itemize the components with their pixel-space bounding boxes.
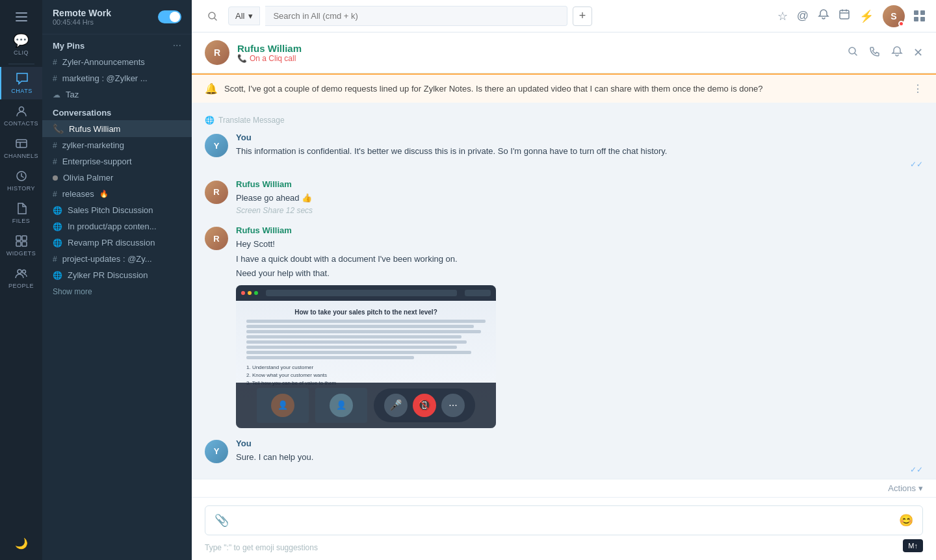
fire-icon: 🔥 [99, 190, 109, 198]
search-area: All ▾ + [202, 6, 592, 27]
rufus-avatar: R [205, 227, 228, 250]
close-icon[interactable]: ✕ [913, 45, 923, 60]
message-item: R Rufus William Please go ahead 👍 Screen… [205, 179, 923, 216]
participant-thumb-1: 👤 [257, 388, 309, 423]
theme-toggle[interactable]: 🌙 [0, 531, 42, 555]
nav-channels[interactable]: CHANNELS [0, 132, 42, 164]
screen-share-note: Screen Share 12 secs [236, 206, 923, 215]
message-input-box: 📎 😊 [205, 505, 923, 535]
user-avatar[interactable]: S [883, 5, 905, 27]
banner-more-icon[interactable]: ⋮ [913, 83, 923, 95]
widgets-label: WIDGETS [6, 250, 36, 257]
message-text: Hey Scott! [236, 238, 923, 251]
conv-zylker-pr[interactable]: 🌐 Zylker PR Discussion [42, 267, 192, 283]
conv-in-product[interactable]: 🌐 In product/app conten... [42, 218, 192, 235]
people-label: PEOPLE [8, 283, 34, 289]
apps-grid-icon[interactable] [914, 10, 926, 22]
message-item: R Rufus William Hey Scott! I have a quic… [205, 225, 923, 428]
notification-icon[interactable] [818, 8, 829, 23]
nav-history[interactable]: HISTORY [0, 164, 42, 197]
translate-icon: 🌐 [205, 116, 214, 125]
conv-olivia-palmer[interactable]: Olivia Palmer [42, 170, 192, 186]
pin-item-announcements[interactable]: # Zyler-Announcements [42, 54, 192, 70]
read-receipt: ✓✓ [236, 465, 923, 474]
offline-dot [53, 175, 58, 181]
chat-search-icon[interactable] [847, 45, 859, 60]
translate-hint[interactable]: 🌐 Translate Message [205, 113, 923, 133]
conv-sales-pitch[interactable]: 🌐 Sales Pitch Discussion [42, 202, 192, 218]
svg-rect-4 [16, 140, 27, 147]
end-call-button[interactable]: 📵 [413, 394, 436, 417]
message-item: Y You Sure. I can help you. ✓✓ [205, 439, 923, 475]
message-text: This information is confidential. It's b… [236, 145, 923, 158]
calendar-icon[interactable] [838, 8, 850, 23]
conv-project-updates[interactable]: # project-updates : @Zy... [42, 251, 192, 267]
bell-icon[interactable] [891, 45, 903, 60]
conv-rufus-william[interactable]: 📞 Rufus William [42, 120, 192, 137]
svg-rect-8 [16, 242, 21, 246]
call-icon[interactable] [869, 45, 881, 60]
nav-people[interactable]: PEOPLE [0, 262, 42, 294]
attach-icon[interactable]: 📎 [214, 513, 229, 528]
star-icon[interactable]: ☆ [777, 9, 788, 23]
hash-icon: # [53, 157, 57, 166]
lightning-icon[interactable]: ⚡ [859, 9, 874, 23]
message-sender: You [236, 439, 923, 448]
pins-more-button[interactable]: ··· [173, 40, 181, 51]
mute-button[interactable]: 🎤 [384, 394, 408, 417]
add-button[interactable]: + [573, 6, 592, 26]
rufus-avatar: R [205, 181, 228, 204]
menu-icon[interactable] [0, 5, 42, 29]
nav-contacts[interactable]: CONTACTS [0, 99, 42, 132]
contact-status: 📞 On a Cliq call [237, 54, 302, 63]
your-avatar: Y [205, 134, 228, 157]
search-filter-dropdown[interactable]: All ▾ [228, 6, 260, 25]
conv-enterprise-support[interactable]: # Enterprise-support [42, 153, 192, 170]
app-name: Cliq [14, 49, 29, 56]
conv-releases[interactable]: # releases 🔥 [42, 186, 192, 202]
svg-point-11 [22, 270, 25, 274]
pin-item-taz[interactable]: ☁ Taz [42, 86, 192, 103]
conv-revamp-pr[interactable]: 🌐 Revamp PR discussion [42, 235, 192, 251]
message-input[interactable] [235, 516, 892, 526]
search-input[interactable] [265, 6, 567, 26]
contact-name: Rufus William [237, 43, 302, 54]
svg-rect-6 [16, 236, 21, 240]
message-sender: Rufus William [236, 225, 923, 235]
mention-icon[interactable]: @ [797, 9, 809, 23]
actions-bar: Actions ▾ [192, 479, 936, 497]
screen-share-preview[interactable]: ⤢ 01:23 How to take your sale [236, 285, 496, 428]
svg-rect-7 [22, 236, 27, 240]
input-area: 📎 😊 Type ":" to get emoji suggestions M↑ [192, 497, 936, 560]
hash-icon: # [53, 190, 57, 199]
banner-bell-icon: 🔔 [205, 83, 218, 95]
show-more-button[interactable]: Show more [42, 283, 192, 300]
nav-chats[interactable]: CHATS [0, 67, 42, 99]
more-call-options[interactable]: ··· [441, 394, 465, 417]
emoji-icon[interactable]: 😊 [899, 513, 913, 528]
message-sender: You [236, 133, 923, 142]
work-toggle[interactable] [158, 10, 181, 23]
topbar: All ▾ + ☆ @ [192, 0, 936, 32]
nav-files[interactable]: FILES [0, 197, 42, 229]
pin-item-marketing[interactable]: # marketing : @Zylker ... [42, 70, 192, 86]
call-controls: 🎤 📵 ··· [374, 388, 475, 422]
actions-label: Actions [888, 483, 916, 493]
svg-point-10 [18, 270, 21, 274]
hash-icon: # [53, 58, 57, 67]
svg-rect-0 [16, 12, 27, 14]
chevron-down-icon: ▾ [248, 11, 253, 21]
chats-label: CHATS [11, 88, 32, 94]
app-logo[interactable]: 💬 Cliq [0, 29, 42, 61]
workspace-name: Remote Work [53, 8, 111, 18]
message-sender: Rufus William [236, 179, 923, 189]
conv-zylker-marketing[interactable]: # zylker-marketing [42, 137, 192, 153]
hash-icon: # [53, 141, 57, 150]
message-text: I have a quick doubt with a document I'v… [236, 253, 923, 266]
globe-icon: 🌐 [53, 222, 62, 231]
contacts-label: CONTACTS [4, 120, 38, 127]
channels-label: CHANNELS [4, 153, 38, 159]
mic-send-button[interactable]: M↑ [903, 539, 923, 552]
your-avatar: Y [205, 440, 228, 463]
nav-widgets[interactable]: WIDGETS [0, 229, 42, 262]
